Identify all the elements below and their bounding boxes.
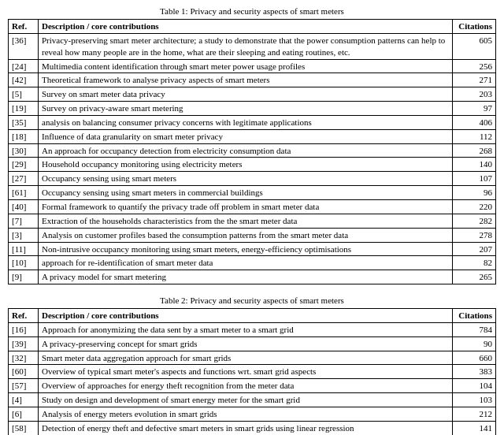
cite-cell: 282	[453, 214, 496, 228]
ref-cell: [32]	[9, 351, 39, 365]
desc-cell: Multimedia content identification throug…	[39, 59, 453, 73]
cite-cell: 112	[453, 129, 496, 143]
ref-cell: [4]	[9, 393, 39, 407]
cite-cell: 140	[453, 158, 496, 172]
desc-cell: Occupancy sensing using smart meters in …	[39, 186, 453, 200]
table-row: [3] Analysis on customer profiles based …	[9, 228, 496, 242]
table2-header-ref: Ref.	[9, 309, 39, 323]
cite-cell: 203	[453, 87, 496, 102]
table-row: [18] Influence of data granularity on sm…	[9, 129, 496, 143]
table-row: [30] An approach for occupancy detection…	[9, 143, 496, 158]
desc-cell: A privacy model for smart metering	[39, 270, 453, 284]
ref-cell: [40]	[9, 199, 39, 214]
cite-cell: 104	[453, 379, 496, 393]
desc-cell: Extraction of the households characteris…	[39, 214, 453, 228]
table1-header-desc: Description / core contributions	[39, 20, 453, 34]
ref-cell: [60]	[9, 365, 39, 379]
desc-cell: Occupancy sensing using smart meters	[39, 172, 453, 186]
ref-cell: [18]	[9, 129, 39, 143]
table-row: [4] Study on design and development of s…	[9, 393, 496, 407]
table1-header-ref: Ref.	[9, 20, 39, 34]
table2-title: Table 2: Privacy and security aspects of…	[8, 296, 496, 305]
table-row: [24] Multimedia content identification t…	[9, 59, 496, 73]
table-row: [19] Survey on privacy-aware smart meter…	[9, 102, 496, 116]
ref-cell: [5]	[9, 87, 39, 102]
desc-cell: Overview of typical smart meter's aspect…	[39, 365, 453, 379]
table-row: [61] Occupancy sensing using smart meter…	[9, 186, 496, 200]
desc-cell: A privacy-preserving concept for smart g…	[39, 336, 453, 351]
table-row: [9] A privacy model for smart metering 2…	[9, 270, 496, 284]
cite-cell: 96	[453, 186, 496, 200]
desc-cell: Household occupancy monitoring using ele…	[39, 158, 453, 172]
table-row: [10] approach for re-identification of s…	[9, 256, 496, 270]
table-row: [5] Survey on smart meter data privacy 2…	[9, 87, 496, 102]
table-row: [32] Smart meter data aggregation approa…	[9, 351, 496, 365]
cite-cell: 265	[453, 270, 496, 284]
ref-cell: [57]	[9, 379, 39, 393]
table-row: [42] Theoretical framework to analyse pr…	[9, 73, 496, 87]
cite-cell: 406	[453, 115, 496, 129]
table-row: [36] Privacy-preserving smart meter arch…	[9, 33, 496, 59]
table-row: [6] Analysis of energy meters evolution …	[9, 407, 496, 421]
cite-cell: 103	[453, 393, 496, 407]
desc-cell: Privacy-preserving smart meter architect…	[39, 33, 453, 59]
ref-cell: [16]	[9, 322, 39, 336]
cite-cell: 220	[453, 199, 496, 214]
table-row: [58] Detection of energy theft and defec…	[9, 421, 496, 435]
ref-cell: [35]	[9, 115, 39, 129]
cite-cell: 97	[453, 102, 496, 116]
table-row: [57] Overview of approaches for energy t…	[9, 379, 496, 393]
table2: Ref. Description / core contributions Ci…	[8, 308, 496, 435]
ref-cell: [36]	[9, 33, 39, 59]
ref-cell: [39]	[9, 336, 39, 351]
ref-cell: [61]	[9, 186, 39, 200]
table-row: [16] Approach for anonymizing the data s…	[9, 322, 496, 336]
table-row: [40] Formal framework to quantify the pr…	[9, 199, 496, 214]
table-row: [35] analysis on balancing consumer priv…	[9, 115, 496, 129]
cite-cell: 207	[453, 242, 496, 256]
desc-cell: Formal framework to quantify the privacy…	[39, 199, 453, 214]
ref-cell: [19]	[9, 102, 39, 116]
desc-cell: An approach for occupancy detection from…	[39, 143, 453, 158]
desc-cell: Approach for anonymizing the data sent b…	[39, 322, 453, 336]
desc-cell: Non-intrusive occupancy monitoring using…	[39, 242, 453, 256]
table-row: [29] Household occupancy monitoring usin…	[9, 158, 496, 172]
ref-cell: [29]	[9, 158, 39, 172]
ref-cell: [27]	[9, 172, 39, 186]
desc-cell: Analysis on customer profiles based the …	[39, 228, 453, 242]
cite-cell: 141	[453, 421, 496, 435]
desc-cell: Overview of approaches for energy theft …	[39, 379, 453, 393]
ref-cell: [3]	[9, 228, 39, 242]
ref-cell: [7]	[9, 214, 39, 228]
desc-cell: Detection of energy theft and defective …	[39, 421, 453, 435]
table2-header-cite: Citations	[453, 309, 496, 323]
desc-cell: Influence of data granularity on smart m…	[39, 129, 453, 143]
ref-cell: [6]	[9, 407, 39, 421]
table-row: [7] Extraction of the households charact…	[9, 214, 496, 228]
ref-cell: [42]	[9, 73, 39, 87]
cite-cell: 660	[453, 351, 496, 365]
table2-header-desc: Description / core contributions	[39, 309, 453, 323]
desc-cell: Analysis of energy meters evolution in s…	[39, 407, 453, 421]
desc-cell: Survey on privacy-aware smart metering	[39, 102, 453, 116]
cite-cell: 605	[453, 33, 496, 59]
table-row: [11] Non-intrusive occupancy monitoring …	[9, 242, 496, 256]
cite-cell: 212	[453, 407, 496, 421]
desc-cell: analysis on balancing consumer privacy c…	[39, 115, 453, 129]
ref-cell: [10]	[9, 256, 39, 270]
desc-cell: Smart meter data aggregation approach fo…	[39, 351, 453, 365]
table-row: [27] Occupancy sensing using smart meter…	[9, 172, 496, 186]
table1-title: Table 1: Privacy and security aspects of…	[8, 6, 496, 16]
ref-cell: [24]	[9, 59, 39, 73]
desc-cell: Theoretical framework to analyse privacy…	[39, 73, 453, 87]
table1-header-cite: Citations	[453, 20, 496, 34]
ref-cell: [30]	[9, 143, 39, 158]
ref-cell: [11]	[9, 242, 39, 256]
cite-cell: 784	[453, 322, 496, 336]
cite-cell: 383	[453, 365, 496, 379]
cite-cell: 256	[453, 59, 496, 73]
cite-cell: 271	[453, 73, 496, 87]
table-row: [39] A privacy-preserving concept for sm…	[9, 336, 496, 351]
desc-cell: Survey on smart meter data privacy	[39, 87, 453, 102]
cite-cell: 82	[453, 256, 496, 270]
